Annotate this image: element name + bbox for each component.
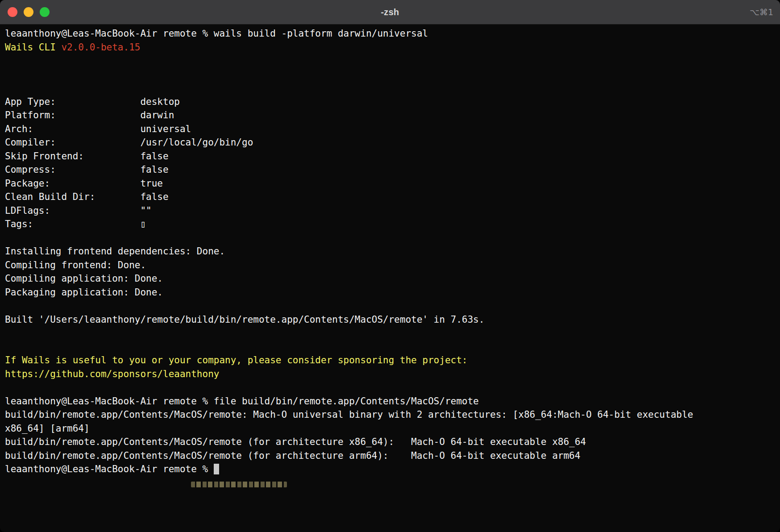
close-button[interactable] [8, 7, 17, 17]
terminal-line: Clean Build Dir: false [5, 190, 776, 204]
tab-shortcut-icon: ⌥⌘1 [750, 0, 773, 24]
terminal-line: Installing frontend dependencies: Done. [5, 245, 776, 258]
traffic-lights [8, 0, 50, 24]
terminal-line [5, 81, 776, 95]
minimize-button[interactable] [24, 7, 33, 17]
clipped-text-fragment [191, 482, 287, 487]
terminal-line: Compiling frontend: Done. [5, 258, 776, 272]
terminal-line: Arch: universal [5, 122, 776, 136]
terminal-line: leaanthony@Leas-MacBook-Air remote % wai… [5, 27, 776, 41]
terminal-line: App Type: desktop [5, 95, 776, 109]
terminal-line: build/bin/remote.app/Contents/MacOS/remo… [5, 449, 776, 463]
terminal-line [5, 326, 776, 340]
zoom-button[interactable] [40, 7, 50, 17]
terminal-line: https://github.com/sponsors/leaanthony [5, 367, 776, 381]
terminal-line: Compiling application: Done. [5, 272, 776, 286]
window-title: -zsh [381, 7, 399, 17]
terminal-line: Tags: ▯ [5, 217, 776, 231]
terminal-line: Compiler: /usr/local/go/bin/go [5, 136, 776, 150]
terminal-line [5, 381, 776, 395]
terminal-line: Wails CLI v2.0.0-beta.15 [5, 41, 776, 54]
terminal-line: Platform: darwin [5, 108, 776, 122]
terminal-line: Package: true [5, 177, 776, 191]
terminal-output[interactable]: leaanthony@Leas-MacBook-Air remote % wai… [0, 25, 780, 532]
terminal-cursor [214, 464, 220, 474]
terminal-line [5, 231, 776, 245]
terminal-line [5, 340, 776, 354]
terminal-line: If Wails is useful to you or your compan… [5, 353, 776, 367]
terminal-line [5, 68, 776, 82]
terminal-line: LDFlags: "" [5, 204, 776, 218]
terminal-window: -zsh ⌥⌘1 leaanthony@Leas-MacBook-Air rem… [0, 0, 780, 532]
terminal-line [5, 54, 776, 68]
terminal-line: build/bin/remote.app/Contents/MacOS/remo… [5, 435, 776, 449]
terminal-line: build/bin/remote.app/Contents/MacOS/remo… [5, 408, 776, 422]
terminal-line: Built '/Users/leaanthony/remote/build/bi… [5, 313, 776, 327]
terminal-line: Skip Frontend: false [5, 150, 776, 163]
terminal-line: Packaging application: Done. [5, 286, 776, 299]
terminal-line: leaanthony@Leas-MacBook-Air remote % fil… [5, 395, 776, 408]
titlebar[interactable]: -zsh ⌥⌘1 [0, 0, 780, 25]
terminal-line: leaanthony@Leas-MacBook-Air remote % [5, 462, 776, 476]
terminal-line: Compress: false [5, 163, 776, 177]
terminal-line [5, 299, 776, 313]
terminal-line: x86_64] [arm64] [5, 422, 776, 436]
